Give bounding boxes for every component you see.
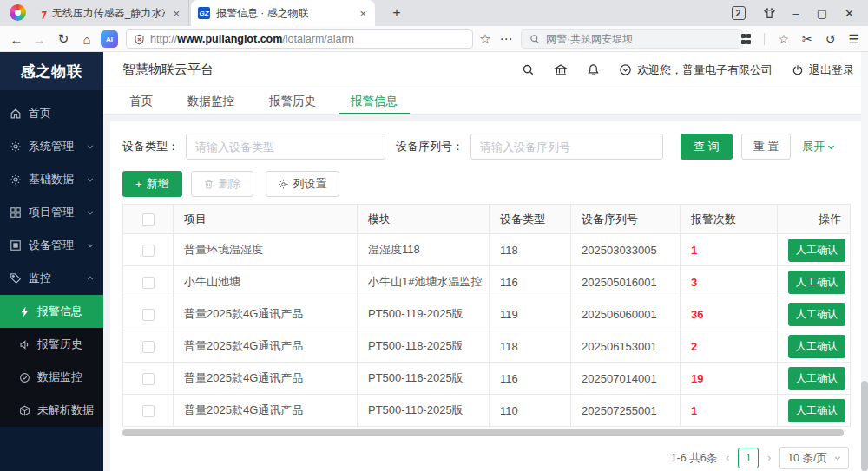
delete-button[interactable]: 删除 [191,171,253,197]
browser-tab-active[interactable]: GZ 报警信息 · 感之物联 × [191,0,375,26]
speaker-icon [19,339,30,350]
select-all-checkbox[interactable] [142,213,155,226]
cell-project: 普量环境温湿度 [174,234,358,266]
theme-shirt-icon[interactable] [763,7,776,20]
manual-confirm-button[interactable]: 人工确认 [788,239,845,262]
logout-button[interactable]: 退出登录 [792,62,854,78]
maximize-button[interactable]: ▢ [817,7,827,20]
new-tab-button[interactable]: + [387,3,406,23]
manual-confirm-button[interactable]: 人工确认 [788,303,845,326]
browser-search-box[interactable]: 网警·共筑网安堤坝 [521,29,743,49]
minimize-button[interactable]: – [793,7,799,20]
gear-icon [10,141,22,153]
cell-module: 温湿度118 [358,234,490,266]
bell-icon[interactable] [587,63,600,76]
address-bar[interactable]: http://www.puliangiot.com/iotalarm/alarm [126,29,473,49]
back-icon[interactable]: ← [7,26,26,52]
add-button[interactable]: + 新增 [122,171,182,197]
menu-hamburger-icon[interactable]: ☰ [848,32,859,46]
forward-icon[interactable]: → [30,26,49,52]
submenu-item-alarm-info[interactable]: 报警信息 [0,295,103,328]
chevron-down-icon [827,143,835,151]
tab-home[interactable]: 首页 [129,88,153,114]
pagination-summary: 1-6 共6条 [671,451,718,466]
cell-count: 36 [681,298,778,330]
more-options-icon[interactable]: ⋯ [496,26,516,52]
tab-data-monitor[interactable]: 数据监控 [187,88,234,114]
sidebar-item-project[interactable]: 项目管理 [0,196,103,229]
submenu-item-alarm-history[interactable]: 报警历史 [0,328,103,361]
cell-type: 116 [490,363,571,395]
home-icon[interactable]: ⌂ [77,26,96,52]
cell-module: PT500-116-2025版 [358,363,490,395]
ai-assistant-icon[interactable]: AI [101,30,118,48]
current-page-button[interactable]: 1 [738,448,759,468]
page-size-select[interactable]: 10 条/页 [779,447,849,469]
sidebar-item-home[interactable]: 首页 [0,97,103,130]
scissors-icon[interactable]: ✂ [802,32,812,46]
cell-serial: 202507255001 [571,395,681,427]
row-checkbox[interactable] [142,277,155,289]
security-shield-icon[interactable] [134,34,145,45]
tab-alarm-history[interactable]: 报警历史 [269,88,316,114]
app-logo: 感之物联 [0,52,103,90]
window-count-badge[interactable]: 2 [732,6,746,20]
manual-confirm-button[interactable]: 人工确认 [788,367,845,390]
next-page-icon[interactable]: › [767,452,771,464]
reset-button[interactable]: 重 置 [741,134,792,160]
vertical-scrollbar-track[interactable] [861,52,868,471]
tab2-close-icon[interactable]: × [358,7,368,20]
submenu-item-unparsed-data[interactable]: 未解析数据 [0,394,103,427]
prev-page-icon[interactable]: ‹ [726,452,729,464]
tab-alarm-info[interactable]: 报警信息 [351,88,398,114]
vertical-scrollbar-thumb[interactable] [861,381,868,471]
bank-icon[interactable] [554,63,568,77]
manual-confirm-button[interactable]: 人工确认 [788,271,845,294]
manual-confirm-button[interactable]: 人工确认 [788,399,845,422]
cell-project: 小牛山池塘 [174,266,358,298]
sidebar-item-monitor[interactable]: 监控 [0,262,103,295]
table-row: 普量2025款4G通讯产品 PT500-116-2025版 116 202507… [123,363,851,395]
tab1-close-icon[interactable]: × [171,7,181,20]
sidebar-item-device[interactable]: 设备管理 [0,229,103,262]
sidebar-item-system[interactable]: 系统管理 [0,130,103,163]
browser-logo-icon[interactable] [10,4,26,21]
device-type-input[interactable] [186,134,385,160]
reload-icon[interactable]: ↻ [54,26,73,52]
horizontal-scrollbar[interactable] [122,429,844,436]
row-checkbox[interactable] [142,341,155,353]
expand-link[interactable]: 展开 [802,139,835,154]
page-title: 智慧物联云平台 [122,62,214,78]
query-button[interactable]: 查 询 [681,134,733,160]
chevron-down-icon [87,242,94,249]
bookmark-star-icon[interactable]: ☆ [476,26,495,52]
browser-tab-strip: ⁊ 无线压力传感器_静力水准仪_ × GZ 报警信息 · 感之物联 × + 2 … [0,0,868,26]
cell-serial: 202503033005 [571,234,681,266]
serial-input[interactable] [470,134,663,160]
pagination: 1-6 共6条 ‹ 1 › 10 条/页 [122,447,851,469]
col-serial: 设备序列号 [571,205,681,234]
apps-grid-icon[interactable] [741,34,752,44]
alarm-table-body: 普量环境温湿度 温湿度118 118 202503033005 1 人工确认 小… [123,234,851,427]
welcome-area[interactable]: 欢迎您，普量电子有限公司 [619,62,773,78]
user-circle-icon [619,63,632,76]
column-settings-button[interactable]: 列设置 [266,171,339,197]
row-checkbox[interactable] [142,245,155,257]
tab2-title: 报警信息 · 感之物联 [216,6,352,21]
browser-toolbar: ← → ↻ ⌂ AI http://www.puliangiot.com/iot… [0,26,868,52]
sidebar-item-basedata[interactable]: 基础数据 [0,163,103,196]
header-search-icon[interactable] [522,63,535,76]
cell-count: 1 [681,234,778,266]
browser-tab-inactive[interactable]: ⁊ 无线压力传感器_静力水准仪_ × [33,0,189,26]
cell-count: 1 [681,395,778,427]
row-checkbox[interactable] [142,309,155,321]
row-checkbox[interactable] [142,373,155,385]
undo-icon[interactable]: ↺ [825,32,836,46]
tab1-favicon: ⁊ [40,7,46,20]
row-checkbox[interactable] [142,405,155,417]
manual-confirm-button[interactable]: 人工确认 [788,335,845,358]
close-button[interactable]: ✕ [845,7,854,20]
circle-check-icon [19,372,30,383]
favorites-list-icon[interactable]: ☆ [778,32,789,46]
submenu-item-data-monitor[interactable]: 数据监控 [0,361,103,394]
